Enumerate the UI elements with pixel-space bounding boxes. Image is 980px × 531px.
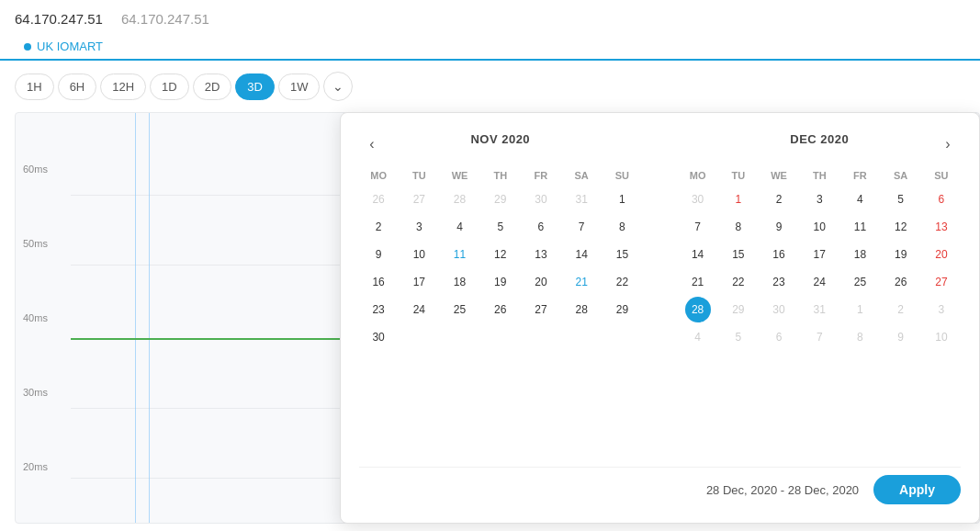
apply-button[interactable]: Apply xyxy=(873,475,961,504)
nov-day-7[interactable]: 7 xyxy=(569,214,594,240)
calendar-footer: 28 Dec, 2020 - 28 Dec, 2020 Apply xyxy=(359,467,961,504)
dec-day-17[interactable]: 17 xyxy=(806,242,832,267)
dec-day-14[interactable]: 14 xyxy=(685,242,711,267)
dec-day-20[interactable]: 20 xyxy=(929,242,954,267)
nov-day-13[interactable]: 13 xyxy=(528,242,554,267)
dec-next-4[interactable]: 4 xyxy=(685,324,711,350)
nov-day-25[interactable]: 25 xyxy=(447,297,473,322)
dec-day-30b[interactable]: 30 xyxy=(766,297,792,322)
dec-day-13[interactable]: 13 xyxy=(929,214,954,240)
dec-day-19[interactable]: 19 xyxy=(888,242,914,267)
nov-day-29[interactable]: 29 xyxy=(488,186,513,212)
time-range-bar: 1H 6H 12H 1D 2D 3D 1W ⌄ xyxy=(0,61,980,112)
nov-day-5[interactable]: 5 xyxy=(488,214,513,240)
nov-day-23[interactable]: 23 xyxy=(366,297,391,322)
nov-day-4[interactable]: 4 xyxy=(447,214,473,240)
nov-day-27b[interactable]: 27 xyxy=(528,297,554,322)
dec-day-11[interactable]: 11 xyxy=(847,214,873,240)
nov-day-1[interactable]: 1 xyxy=(609,186,635,212)
dec-next-6[interactable]: 6 xyxy=(766,324,792,350)
nov-day-29b[interactable]: 29 xyxy=(609,297,635,322)
nov-day-30[interactable]: 30 xyxy=(528,186,554,212)
dec-next-3[interactable]: 3 xyxy=(929,297,954,322)
dec-day-29[interactable]: 29 xyxy=(726,297,751,322)
nov-day-19[interactable]: 19 xyxy=(488,269,513,295)
nov-day-6[interactable]: 6 xyxy=(528,214,554,240)
nov-day-12[interactable]: 12 xyxy=(488,242,513,267)
dec-day-30[interactable]: 30 xyxy=(685,186,711,212)
dec-day-15[interactable]: 15 xyxy=(726,242,751,267)
y-label-50ms: 50ms xyxy=(23,238,48,249)
dec-day-1[interactable]: 1 xyxy=(726,186,751,212)
dec-day-header-th: TH xyxy=(800,166,839,185)
dec-day-22[interactable]: 22 xyxy=(726,269,751,295)
time-btn-1d[interactable]: 1D xyxy=(150,73,189,100)
nov-grid: MO TU WE TH FR SA SU 26 27 28 29 30 31 1 xyxy=(359,166,642,350)
dec-day-26[interactable]: 26 xyxy=(888,269,914,295)
dec-day-18[interactable]: 18 xyxy=(847,242,873,267)
time-btn-6h[interactable]: 6H xyxy=(58,73,97,100)
nov-day-15[interactable]: 15 xyxy=(609,242,635,267)
nov-day-21[interactable]: 21 xyxy=(569,269,594,295)
nov-day-9[interactable]: 9 xyxy=(366,242,391,267)
nov-day-26[interactable]: 26 xyxy=(366,186,391,212)
nov-day-16[interactable]: 16 xyxy=(366,269,391,295)
nov-day-28[interactable]: 28 xyxy=(569,297,594,322)
dec-day-7[interactable]: 7 xyxy=(685,214,711,240)
time-btn-1h[interactable]: 1H xyxy=(15,73,54,100)
dec-day-21[interactable]: 21 xyxy=(685,269,711,295)
prev-month-btn[interactable]: ‹ xyxy=(359,131,385,157)
dec-day-header-su: SU xyxy=(922,166,961,185)
dec-day-9[interactable]: 9 xyxy=(766,214,792,240)
nov-day-30b[interactable]: 30 xyxy=(366,324,391,350)
nov-day-17[interactable]: 17 xyxy=(406,269,432,295)
tab-uk-iomart[interactable]: UK IOMART xyxy=(15,34,112,61)
dec-day-25[interactable]: 25 xyxy=(847,269,873,295)
dec-day-5[interactable]: 5 xyxy=(888,186,914,212)
dec-day-8[interactable]: 8 xyxy=(726,214,751,240)
nov-day-14[interactable]: 14 xyxy=(569,242,594,267)
dec-next-7[interactable]: 7 xyxy=(806,324,832,350)
nov-day-8[interactable]: 8 xyxy=(609,214,635,240)
nov-day-10[interactable]: 10 xyxy=(406,242,432,267)
dec-next-9[interactable]: 9 xyxy=(888,324,914,350)
nov-day-27[interactable]: 27 xyxy=(406,186,432,212)
dec-day-4[interactable]: 4 xyxy=(847,186,873,212)
dec-next-1[interactable]: 1 xyxy=(847,297,873,322)
next-month-btn[interactable]: › xyxy=(935,131,961,157)
dec-day-24[interactable]: 24 xyxy=(806,269,832,295)
main-content: 60ms 50ms 40ms 30ms 20ms - 64.170.247.51… xyxy=(0,112,980,524)
dec-day-6[interactable]: 6 xyxy=(929,186,954,212)
dec-day-23[interactable]: 23 xyxy=(766,269,792,295)
calendar-nov: ‹ NOV 2020 MO TU WE TH FR SA SU 26 27 28 xyxy=(359,131,642,456)
dec-next-10[interactable]: 10 xyxy=(929,324,954,350)
time-btn-12h[interactable]: 12H xyxy=(100,73,146,100)
nov-day-20[interactable]: 20 xyxy=(528,269,554,295)
dec-next-2[interactable]: 2 xyxy=(888,297,914,322)
nov-day-2[interactable]: 2 xyxy=(366,214,391,240)
time-btn-3d[interactable]: 3D xyxy=(235,73,275,100)
time-range-dropdown[interactable]: ⌄ xyxy=(323,72,353,101)
dec-day-27[interactable]: 27 xyxy=(929,269,954,295)
nov-day-11[interactable]: 11 xyxy=(447,242,473,267)
dec-day-31[interactable]: 31 xyxy=(806,297,832,322)
dec-day-16[interactable]: 16 xyxy=(766,242,792,267)
nov-day-18[interactable]: 18 xyxy=(447,269,473,295)
time-btn-1w[interactable]: 1W xyxy=(278,73,321,100)
nov-day-22[interactable]: 22 xyxy=(609,269,635,295)
y-label-30ms: 30ms xyxy=(23,387,48,398)
nov-day-26b[interactable]: 26 xyxy=(488,297,513,322)
nov-day-28[interactable]: 28 xyxy=(447,186,473,212)
dec-day-10[interactable]: 10 xyxy=(806,214,832,240)
dec-day-3[interactable]: 3 xyxy=(806,186,832,212)
ip-secondary: 64.170.247.51 xyxy=(121,11,209,27)
nov-day-24[interactable]: 24 xyxy=(406,297,432,322)
dec-day-2[interactable]: 2 xyxy=(766,186,792,212)
dec-day-12[interactable]: 12 xyxy=(888,214,914,240)
nov-day-31[interactable]: 31 xyxy=(569,186,594,212)
dec-next-5[interactable]: 5 xyxy=(726,324,751,350)
dec-day-28[interactable]: 28 xyxy=(685,297,711,322)
nov-day-3[interactable]: 3 xyxy=(406,214,432,240)
time-btn-2d[interactable]: 2D xyxy=(193,73,232,100)
dec-next-8[interactable]: 8 xyxy=(847,324,873,350)
